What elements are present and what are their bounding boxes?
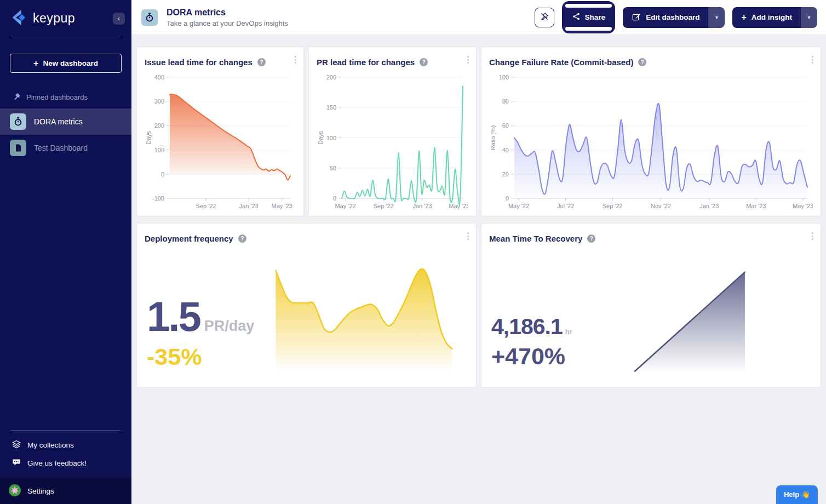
svg-text:0: 0 bbox=[506, 195, 509, 202]
pin-icon bbox=[13, 93, 21, 102]
add-insight-button[interactable]: + Add insight bbox=[732, 7, 801, 28]
mttr-kpi: 4,186.1 hr +470% bbox=[491, 316, 572, 368]
svg-text:-100: -100 bbox=[152, 195, 164, 202]
svg-text:May '23: May '23 bbox=[793, 203, 813, 209]
page-header: DORA metrics Take a glance at your DevOp… bbox=[131, 0, 826, 35]
sidebar-collapse-button[interactable]: ‹ bbox=[113, 13, 125, 25]
header-actions: Share Edit dashboard bbox=[535, 1, 817, 33]
main-area: DORA metrics Take a glance at your DevOp… bbox=[131, 0, 826, 504]
dashboard-grid: Issue lead time for changes ? -100010020… bbox=[131, 35, 826, 504]
highlight-gap-bottom bbox=[565, 27, 612, 31]
svg-text:200: 200 bbox=[326, 74, 336, 81]
edit-dashboard-dropdown-button[interactable]: ▾ bbox=[708, 7, 725, 28]
kpi-value: 4,186.1 bbox=[491, 316, 563, 338]
plus-icon: + bbox=[33, 59, 38, 68]
panel-issue-lead-time: Issue lead time for changes ? -100010020… bbox=[136, 47, 304, 216]
help-icon[interactable]: ? bbox=[257, 58, 266, 66]
svg-text:0: 0 bbox=[161, 171, 164, 177]
share-icon bbox=[572, 12, 581, 22]
header-titles: DORA metrics Take a glance at your DevOp… bbox=[167, 7, 288, 27]
help-icon[interactable]: ? bbox=[638, 58, 646, 66]
svg-text:Sep '22: Sep '22 bbox=[374, 203, 394, 209]
logo-wordmark: keypup bbox=[33, 11, 75, 26]
svg-text:60: 60 bbox=[502, 122, 509, 129]
svg-text:Nov '22: Nov '22 bbox=[651, 203, 671, 209]
svg-text:May '22: May '22 bbox=[335, 203, 356, 209]
pr-lead-time-chart: 050100150200May '22Sep '22Jan '23May '23… bbox=[317, 70, 468, 213]
caret-down-icon: ▾ bbox=[715, 14, 718, 20]
my-collections-link[interactable]: My collections bbox=[0, 436, 131, 454]
issue-lead-time-chart: -1000100200300400Sep '22Jan '23May '23Da… bbox=[145, 70, 296, 213]
help-button[interactable]: Help 👋 bbox=[776, 485, 818, 504]
svg-text:400: 400 bbox=[154, 74, 164, 81]
dashboard-stopwatch-icon bbox=[141, 9, 158, 26]
panel-pr-lead-time: PR lead time for changes ? 050100150200M… bbox=[308, 47, 477, 216]
panel-title: Issue lead time for changes bbox=[145, 58, 253, 67]
layers-icon bbox=[12, 440, 21, 450]
kebab-menu-icon[interactable] bbox=[466, 54, 471, 65]
svg-text:Jan '23: Jan '23 bbox=[412, 203, 432, 209]
new-dashboard-label: New dashboard bbox=[43, 59, 98, 67]
svg-text:Days: Days bbox=[145, 130, 152, 145]
unpin-button[interactable] bbox=[535, 8, 554, 27]
caret-down-icon: ▾ bbox=[807, 14, 810, 20]
svg-text:20: 20 bbox=[502, 171, 509, 177]
sidebar-item-label: Test Dashboard bbox=[34, 144, 88, 152]
plus-icon: + bbox=[741, 13, 746, 22]
svg-text:80: 80 bbox=[502, 98, 509, 105]
panel-title: Change Failure Rate (Commit-based) bbox=[489, 58, 633, 67]
sidebar-item-label: DORA metrics bbox=[34, 117, 83, 126]
chevron-left-icon: ‹ bbox=[118, 15, 120, 22]
sidebar: keypup ‹ + New dashboard Pinned dashboar… bbox=[0, 0, 131, 504]
share-button[interactable]: Share bbox=[562, 8, 616, 27]
panel-title: PR lead time for changes bbox=[317, 58, 415, 67]
new-dashboard-button[interactable]: + New dashboard bbox=[10, 54, 122, 73]
kebab-menu-icon[interactable] bbox=[293, 54, 298, 65]
share-label: Share bbox=[585, 13, 606, 21]
chat-bubble-icon bbox=[12, 458, 21, 468]
add-insight-split-button: + Add insight ▾ bbox=[732, 7, 817, 28]
svg-text:40: 40 bbox=[502, 147, 509, 153]
svg-text:Sep '22: Sep '22 bbox=[196, 203, 216, 209]
svg-text:300: 300 bbox=[154, 98, 164, 105]
panel-change-failure-rate: Change Failure Rate (Commit-based) ? 020… bbox=[481, 47, 821, 216]
kpi-delta: +470% bbox=[491, 345, 572, 368]
edit-dashboard-button[interactable]: Edit dashboard bbox=[623, 7, 708, 28]
keypup-logo-icon bbox=[9, 8, 27, 29]
kpi-unit: hr bbox=[565, 328, 572, 336]
share-button-highlight-ring: Share bbox=[562, 1, 616, 33]
sidebar-bottom: My collections Give us feedback! bbox=[0, 430, 131, 504]
svg-text:100: 100 bbox=[326, 135, 336, 141]
svg-text:Jan '23: Jan '23 bbox=[699, 203, 719, 209]
logo-row: keypup ‹ bbox=[0, 0, 131, 37]
avatar bbox=[9, 484, 21, 498]
page-subtitle: Take a glance at your DevOps insights bbox=[167, 19, 288, 27]
sidebar-divider-top bbox=[11, 37, 121, 37]
svg-text:May '22: May '22 bbox=[508, 203, 529, 209]
svg-text:May '23: May '23 bbox=[272, 203, 292, 209]
feedback-link[interactable]: Give us feedback! bbox=[0, 454, 131, 472]
sidebar-divider-bottom bbox=[11, 430, 121, 431]
add-insight-dropdown-button[interactable]: ▾ bbox=[801, 7, 817, 28]
document-icon bbox=[10, 140, 26, 156]
svg-text:100: 100 bbox=[154, 147, 164, 153]
add-insight-label: Add insight bbox=[752, 13, 792, 21]
sidebar-item-dora-metrics[interactable]: DORA metrics bbox=[0, 108, 131, 135]
kpi-value: 1.5 bbox=[147, 296, 200, 337]
app-window: keypup ‹ + New dashboard Pinned dashboar… bbox=[0, 0, 826, 504]
svg-text:100: 100 bbox=[499, 74, 509, 81]
svg-text:200: 200 bbox=[154, 122, 164, 129]
sidebar-item-test-dashboard[interactable]: Test Dashboard bbox=[0, 135, 131, 161]
help-icon[interactable]: ? bbox=[420, 58, 428, 66]
edit-dashboard-label: Edit dashboard bbox=[646, 13, 699, 21]
deployment-frequency-kpi: 1.5 PR/day -35% bbox=[147, 296, 254, 369]
kpi-unit: PR/day bbox=[204, 318, 255, 335]
change-failure-rate-chart: 020406080100May '22Jul '22Sep '22Nov '22… bbox=[489, 70, 813, 213]
settings-button[interactable]: Settings bbox=[0, 478, 131, 504]
kpi-delta: -35% bbox=[147, 345, 254, 369]
kebab-menu-icon[interactable] bbox=[810, 54, 815, 65]
edit-dashboard-split-button: Edit dashboard ▾ bbox=[623, 7, 725, 28]
pinned-dashboards-label: Pinned dashboards bbox=[13, 93, 131, 102]
svg-text:Ratio (%): Ratio (%) bbox=[490, 125, 496, 151]
edit-pencil-icon bbox=[632, 12, 641, 23]
